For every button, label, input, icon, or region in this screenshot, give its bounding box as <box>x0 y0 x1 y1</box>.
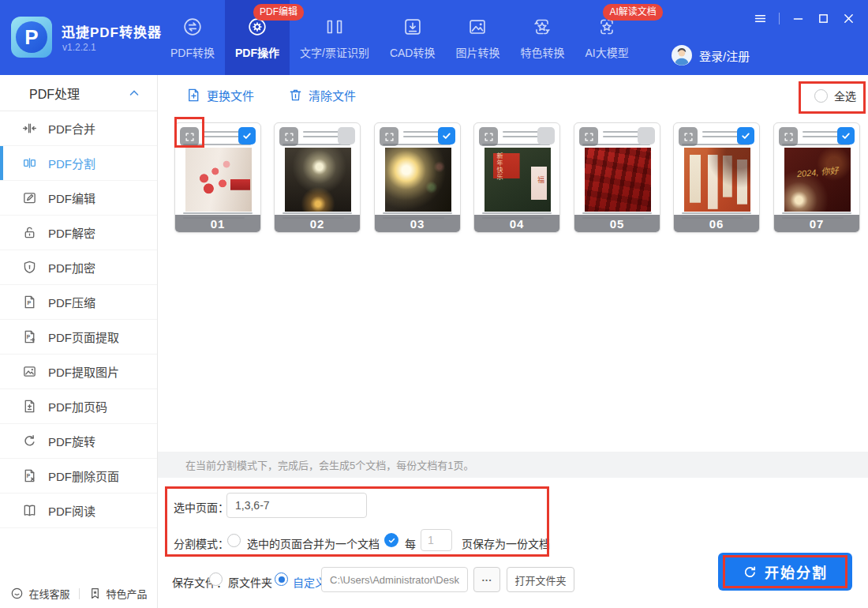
sidebar-item-delete-page[interactable]: PPDF删除页面 <box>0 459 157 494</box>
logo-letter: P <box>16 21 47 53</box>
tab-image[interactable]: 图片转换 <box>445 0 510 75</box>
page-checkbox[interactable] <box>438 127 455 144</box>
save-original-label: 原文件夹 <box>228 574 272 590</box>
page-checkbox[interactable] <box>737 127 754 144</box>
page-card-03[interactable]: 03 <box>374 122 461 233</box>
select-all-label: 全选 <box>834 88 856 103</box>
tab-label: 图片转换 <box>455 44 499 60</box>
add-file-icon <box>186 88 201 103</box>
sidebar-item-shield[interactable]: PDF加密 <box>0 250 157 285</box>
tab-ai[interactable]: AI大模型AI解读文档 <box>574 0 638 75</box>
login-label[interactable]: 登录/注册 <box>699 47 750 64</box>
text-line <box>482 212 552 214</box>
tab-operate[interactable]: PDF操作PDF编辑 <box>225 0 290 75</box>
browse-button[interactable]: ··· <box>473 567 500 592</box>
tab-label: PDF操作 <box>235 44 279 60</box>
page-number: 02 <box>275 215 360 232</box>
close-button[interactable] <box>842 12 855 25</box>
page-checkbox[interactable] <box>537 127 555 144</box>
extract-image-icon <box>22 364 37 379</box>
sidebar-item-extract-image[interactable]: PDF提取图片 <box>0 355 157 389</box>
sidebar-item-label: PDF阅读 <box>48 502 95 519</box>
text-line <box>503 136 541 137</box>
mode-every-radio[interactable] <box>384 533 398 547</box>
svg-text:P: P <box>27 473 31 479</box>
footer-link-support[interactable]: 在线客服 <box>2 586 78 601</box>
minimize-button[interactable] <box>791 12 805 25</box>
page-checkbox[interactable] <box>837 127 855 144</box>
sidebar-item-read[interactable]: PDF阅读 <box>0 494 157 528</box>
photo-caption: 2024, 你好 <box>784 162 851 180</box>
sidebar-item-page-extract[interactable]: PPDF页面提取 <box>0 320 157 355</box>
shield-icon <box>22 260 37 275</box>
tab-badge: AI解读文档 <box>603 4 662 21</box>
start-split-button[interactable]: 开始分割 <box>718 553 852 591</box>
page-number-icon <box>22 399 37 414</box>
page-card-07[interactable]: 2024, 你好07 <box>773 122 860 233</box>
page-card-01[interactable]: 01 <box>174 122 261 233</box>
expand-icon[interactable] <box>180 127 199 146</box>
select-all-control[interactable]: 全选 <box>814 88 856 103</box>
sidebar-item-label: PDF旋转 <box>48 433 95 449</box>
sidebar-item-rotate[interactable]: PDF旋转 <box>0 424 157 459</box>
footer-link-product[interactable]: 特色产品 <box>80 586 156 601</box>
page-checkbox[interactable] <box>338 127 355 144</box>
page-checkbox[interactable] <box>638 127 655 144</box>
login-area[interactable]: 登录/注册 <box>671 44 750 66</box>
sidebar-item-label: PDF加页码 <box>48 398 107 415</box>
page-card-04[interactable]: 新年快乐福04 <box>473 122 560 233</box>
text-line <box>303 136 341 137</box>
sidebar-item-compress[interactable]: PPDF压缩 <box>0 285 157 320</box>
expand-icon[interactable] <box>579 127 598 146</box>
sidebar: PDF处理 PDF合并PDF分割PDF编辑PDF解密PDF加密PPDF压缩PPD… <box>0 75 158 608</box>
maximize-button[interactable] <box>817 12 830 25</box>
mode-every-suffix: 页保存为一份文档 <box>462 535 550 551</box>
replace-file-label: 更换文件 <box>207 87 254 103</box>
text-line <box>282 212 352 214</box>
sidebar-footer: 在线客服特色产品 <box>0 586 158 601</box>
tab-convert[interactable]: PDF转换 <box>160 0 225 75</box>
page-photo-collage <box>684 148 750 212</box>
page-number: 05 <box>574 215 660 232</box>
selected-pages-input[interactable] <box>226 493 367 518</box>
window-controls <box>754 12 855 25</box>
cad-icon <box>401 15 425 39</box>
clear-files-button[interactable]: 清除文件 <box>288 87 356 103</box>
expand-icon[interactable] <box>279 127 298 146</box>
pages-per-doc-input[interactable] <box>421 529 452 551</box>
mode-merge-radio[interactable] <box>227 534 241 547</box>
expand-icon[interactable] <box>479 127 498 146</box>
text-line <box>204 136 241 137</box>
tab-label: AI大模型 <box>585 44 628 60</box>
expand-icon[interactable] <box>779 127 798 146</box>
page-card-02[interactable]: 02 <box>274 122 361 233</box>
expand-icon[interactable] <box>679 127 698 146</box>
tab-special[interactable]: 特色转换 <box>510 0 574 75</box>
save-custom-radio[interactable] <box>275 572 288 586</box>
sidebar-section-title: PDF处理 <box>29 84 80 103</box>
save-path-input[interactable] <box>321 567 468 592</box>
text-line <box>603 136 641 137</box>
save-original-radio[interactable] <box>209 572 223 586</box>
sidebar-item-page-number[interactable]: PDF加页码 <box>0 389 157 424</box>
tab-label: CAD转换 <box>390 44 436 60</box>
tab-cad[interactable]: CAD转换 <box>380 0 446 75</box>
selected-pages-label: 选中页面： <box>174 499 229 515</box>
replace-file-button[interactable]: 更换文件 <box>186 87 254 103</box>
sidebar-section-header[interactable]: PDF处理 <box>0 75 157 111</box>
expand-icon[interactable] <box>380 127 398 146</box>
sidebar-item-unlock[interactable]: PDF解密 <box>0 216 157 250</box>
page-card-06[interactable]: 06 <box>673 122 760 233</box>
text-line <box>682 212 751 214</box>
clear-files-label: 清除文件 <box>309 87 356 103</box>
sidebar-item-split[interactable]: PDF分割 <box>0 146 157 181</box>
page-card-05[interactable]: 05 <box>574 122 660 233</box>
open-folder-button[interactable]: 打开文件夹 <box>507 567 574 592</box>
sidebar-item-merge[interactable]: PDF合并 <box>0 111 157 146</box>
sidebar-item-label: PDF加密 <box>48 259 95 276</box>
sidebar-item-edit[interactable]: PDF编辑 <box>0 181 157 216</box>
menu-icon[interactable] <box>754 12 767 25</box>
read-icon <box>22 503 37 518</box>
page-checkbox[interactable] <box>238 127 256 144</box>
select-all-radio[interactable] <box>814 89 828 103</box>
